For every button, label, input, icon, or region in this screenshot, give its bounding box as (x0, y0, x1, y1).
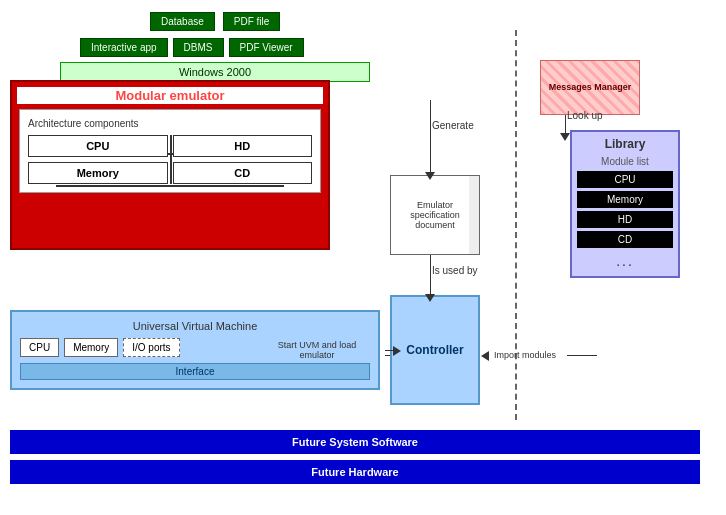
controller-box: Controller (390, 295, 480, 405)
messages-label: Messages Manager (549, 82, 632, 93)
import-arrow-line (567, 355, 597, 356)
arch-cd: CD (173, 162, 313, 184)
import-modules-label: Import modules (490, 350, 560, 360)
dashed-vertical-line (515, 30, 517, 420)
start-uvm-label: Start UVM and load emulator (272, 340, 362, 360)
messages-box: Messages Manager (540, 60, 640, 115)
library-cpu: CPU (577, 171, 673, 188)
pdf-viewer-btn: PDF Viewer (229, 38, 304, 57)
interface-bar: Interface (20, 363, 370, 380)
interactive-app-btn: Interactive app (80, 38, 168, 57)
modular-emulator-title: Modular emulator (17, 87, 323, 104)
is-used-by-line (430, 255, 431, 297)
generate-arrow-line (430, 100, 431, 175)
spec-doc-label: Emulator specification document (391, 195, 479, 235)
library-cd: CD (577, 231, 673, 248)
modular-emulator: Modular emulator Architecture components… (10, 80, 330, 250)
arch-cpu: CPU (28, 135, 168, 157)
windows-bar: Windows 2000 (60, 62, 370, 82)
library-box: Library Module list CPU Memory HD CD ... (570, 130, 680, 278)
lookup-arrow (560, 133, 570, 141)
lookup-label: Look up (567, 110, 603, 121)
generate-label: Generate (432, 120, 474, 131)
arch-box: Architecture components CPU HD Memory CD (19, 109, 321, 193)
future-hardware: Future Hardware (10, 460, 700, 484)
dbms-btn: DBMS (173, 38, 224, 57)
uvm-cpu: CPU (20, 338, 59, 357)
arch-title: Architecture components (28, 118, 312, 129)
library-title: Library (577, 137, 673, 151)
main-container: Database PDF file Interactive app DBMS P… (0, 0, 726, 515)
uvm-title: Universal Virtual Machine (20, 320, 370, 332)
spec-doc: Emulator specification document (390, 175, 480, 255)
start-uvm-line (385, 355, 390, 356)
library-hd: HD (577, 211, 673, 228)
is-used-by-arrow (425, 294, 435, 302)
library-dots: ... (577, 251, 673, 271)
library-memory: Memory (577, 191, 673, 208)
is-used-by-label: Is used by (432, 265, 478, 276)
uvm-memory: Memory (64, 338, 118, 357)
future-software: Future System Software (10, 430, 700, 454)
uvm-io: I/O ports (123, 338, 179, 357)
library-subtitle: Module list (577, 156, 673, 167)
pdf-file-btn: PDF file (223, 12, 281, 31)
import-arrow-head (481, 351, 489, 361)
lookup-line (565, 115, 566, 135)
arch-hd: HD (173, 135, 313, 157)
generate-arrow-head (425, 172, 435, 180)
arch-memory: Memory (28, 162, 168, 184)
start-uvm-arrow-head (393, 346, 401, 356)
controller-label: Controller (406, 343, 463, 357)
database-btn: Database (150, 12, 215, 31)
